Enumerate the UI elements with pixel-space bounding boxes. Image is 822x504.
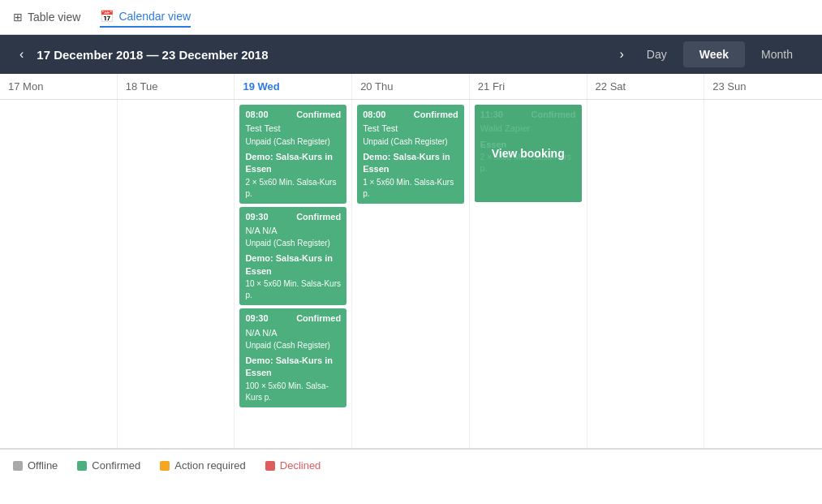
day-header-sun: 23 Sun: [704, 74, 822, 99]
day-view-button[interactable]: Day: [630, 41, 683, 67]
booking-payment: Unpaid (Cash Register): [245, 340, 341, 351]
confirmed-dot: [77, 461, 87, 471]
card-header: 09:30 Confirmed: [245, 312, 341, 325]
calendar-icon: 📅: [100, 10, 114, 23]
booking-name: Test Test: [245, 123, 341, 135]
booking-status: Confirmed: [414, 109, 458, 121]
footer-legend: Offline Confirmed Action required Declin…: [0, 449, 822, 481]
view-booking-button[interactable]: View booking: [475, 105, 582, 202]
booking-detail: 1 × 5x60 Min. Salsa-Kurs p.: [363, 177, 458, 200]
booking-time: 08:00: [245, 109, 268, 121]
booking-course: Demo: Salsa-Kurs in Essen: [245, 355, 341, 380]
offline-label: Offline: [28, 459, 58, 472]
booking-payment: Unpaid (Cash Register): [245, 136, 341, 148]
action-dot: [160, 461, 170, 471]
booking-time: 09:30: [245, 312, 268, 325]
booking-payment: Unpaid (Cash Register): [363, 136, 458, 148]
booking-time: 08:00: [363, 109, 385, 121]
booking-card[interactable]: 08:00 Confirmed Test Test Unpaid (Cash R…: [357, 105, 464, 204]
booking-status: Confirmed: [296, 109, 341, 121]
booking-status: Confirmed: [296, 211, 341, 223]
legend-declined: Declined: [265, 459, 321, 472]
day-col-wed: 08:00 Confirmed Test Test Unpaid (Cash R…: [235, 100, 352, 448]
legend-confirmed: Confirmed: [77, 459, 140, 472]
booking-status: Confirmed: [296, 312, 341, 325]
top-navigation: ⊞ Table view 📅 Calendar view: [0, 0, 822, 35]
booking-detail: 2 × 5x60 Min. Salsa-Kurs p.: [245, 177, 341, 200]
day-headers: 17 Mon 18 Tue 19 Wed 20 Thu 21 Fri 22 Sa…: [0, 74, 822, 100]
day-header-thu: 20 Thu: [352, 74, 470, 99]
day-col-sun: [704, 100, 822, 448]
booking-name: N/A N/A: [245, 225, 341, 237]
booking-card[interactable]: 09:30 Confirmed N/A N/A Unpaid (Cash Reg…: [239, 207, 346, 306]
booking-name: N/A N/A: [245, 327, 341, 339]
day-header-wed: 19 Wed: [235, 74, 352, 99]
card-header: 08:00 Confirmed: [363, 109, 458, 121]
day-col-sat: [587, 100, 705, 448]
date-range: 17 December 2018 — 23 December 2018: [30, 48, 613, 62]
confirmed-label: Confirmed: [92, 459, 140, 472]
calendar-grid: 08:00 Confirmed Test Test Unpaid (Cash R…: [0, 100, 822, 449]
day-col-tue: [118, 100, 235, 448]
day-col-mon: [0, 100, 118, 448]
day-col-fri: 11:30 Confirmed Walid Zapier Essen 2 × 5…: [470, 100, 587, 448]
day-header-mon: 17 Mon: [0, 74, 118, 99]
legend-action-required: Action required: [160, 459, 245, 472]
booking-detail: 100 × 5x60 Min. Salsa-Kurs p.: [245, 381, 341, 403]
booking-card-wrapper: 11:30 Confirmed Walid Zapier Essen 2 × 5…: [475, 105, 582, 202]
booking-course: Demo: Salsa-Kurs in Essen: [245, 252, 341, 278]
day-col-thu: 08:00 Confirmed Test Test Unpaid (Cash R…: [352, 100, 470, 448]
next-button[interactable]: ›: [613, 44, 630, 65]
prev-button[interactable]: ‹: [13, 44, 30, 65]
table-icon: ⊞: [13, 11, 23, 24]
calendar-header: ‹ 17 December 2018 — 23 December 2018 › …: [0, 35, 822, 74]
legend-offline: Offline: [13, 459, 58, 472]
booking-card[interactable]: 08:00 Confirmed Test Test Unpaid (Cash R…: [239, 105, 346, 204]
calendar-view-tab[interactable]: 📅 Calendar view: [100, 6, 191, 28]
table-view-tab[interactable]: ⊞ Table view: [13, 7, 80, 27]
booking-course: Demo: Salsa-Kurs in Essen: [245, 151, 341, 176]
booking-name: Test Test: [363, 123, 458, 135]
booking-payment: Unpaid (Cash Register): [245, 238, 341, 249]
day-header-sat: 22 Sat: [587, 74, 705, 99]
month-view-button[interactable]: Month: [745, 41, 809, 67]
day-header-tue: 18 Tue: [118, 74, 235, 99]
booking-time: 09:30: [245, 211, 268, 223]
booking-card[interactable]: 09:30 Confirmed N/A N/A Unpaid (Cash Reg…: [239, 308, 346, 407]
booking-detail: 10 × 5x60 Min. Salsa-Kurs p.: [245, 278, 341, 301]
declined-dot: [265, 461, 275, 471]
table-view-label: Table view: [28, 11, 80, 24]
calendar-view-label: Calendar view: [118, 10, 191, 23]
declined-label: Declined: [280, 459, 321, 472]
card-header: 09:30 Confirmed: [245, 211, 341, 223]
action-label: Action required: [174, 459, 245, 472]
view-buttons: Day Week Month: [630, 41, 809, 67]
offline-dot: [13, 461, 23, 471]
card-header: 08:00 Confirmed: [245, 109, 341, 121]
week-view-button[interactable]: Week: [683, 41, 745, 67]
day-header-fri: 21 Fri: [470, 74, 587, 99]
booking-course: Demo: Salsa-Kurs in Essen: [363, 151, 458, 176]
